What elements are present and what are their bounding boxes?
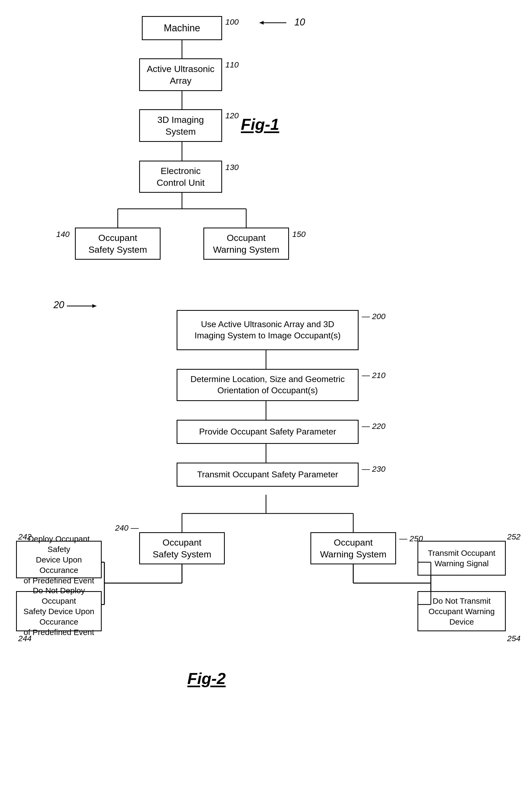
ref-230: — 230 [362,465,385,473]
svg-marker-27 [92,304,96,308]
ref-100: 100 [225,17,239,26]
fig1-label: Fig-1 [241,115,279,134]
ref-220: — 220 [362,422,385,431]
ref-210: — 210 [362,371,385,380]
imaging-label: 3D ImagingSystem [157,114,204,137]
ecu-label: ElectronicControl Unit [156,165,205,188]
step210-box: Determine Location, Size and GeometricOr… [177,369,359,401]
fig1-arrow [246,15,300,31]
imaging-box: 3D ImagingSystem [139,109,222,142]
step200-label: Use Active Ultrasonic Array and 3DImagin… [194,319,341,341]
step230-box: Transmit Occupant Safety Parameter [177,463,359,487]
ref-254: 254 [507,634,520,643]
machine-label: Machine [164,22,200,35]
ref-252: 252 [507,532,520,541]
warning-system-box: OccupantWarning System [203,227,289,260]
right-branch-lines [268,509,509,669]
warning-system-label: OccupantWarning System [213,232,279,255]
fig2-arrow [64,297,118,313]
ultrasonic-label: Active UltrasonicArray [147,63,214,87]
ref-20: 20 [54,299,64,311]
step220-box: Provide Occupant Safety Parameter [177,420,359,444]
ref-130: 130 [225,163,239,172]
ultrasonic-box: Active UltrasonicArray [139,58,222,91]
svg-marker-25 [260,21,264,25]
diagram-container: Machine 100 Active UltrasonicArray 110 3… [0,0,532,801]
step210-label: Determine Location, Size and GeometricOr… [191,374,345,396]
ref-140: 140 [56,230,70,239]
ref-150: 150 [292,230,306,239]
machine-box: Machine [142,16,222,40]
step220-label: Provide Occupant Safety Parameter [199,426,336,437]
safety-system-box: OccupantSafety System [75,227,160,260]
ref-120: 120 [225,111,239,120]
step230-label: Transmit Occupant Safety Parameter [197,469,338,480]
left-branch-lines [0,509,187,669]
fig2-label: Fig-2 [187,669,226,688]
ref-200: — 200 [362,312,385,321]
ecu-box: ElectronicControl Unit [139,161,222,193]
step200-box: Use Active Ultrasonic Array and 3DImagin… [177,310,359,350]
ref-110: 110 [225,60,239,69]
safety-system-label: OccupantSafety System [88,232,147,255]
